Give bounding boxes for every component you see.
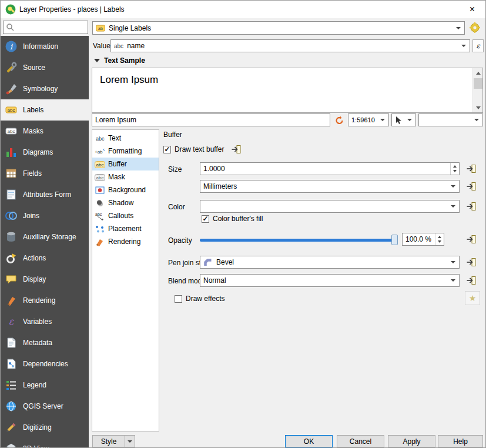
effects-settings-button[interactable]: ★ bbox=[465, 291, 480, 305]
digitizing-icon bbox=[5, 421, 18, 434]
data-defined-override-pen-join[interactable] bbox=[464, 255, 478, 269]
sidebar-item-masks[interactable]: abc Masks bbox=[1, 121, 89, 142]
placement-engine-icon bbox=[469, 22, 481, 34]
tab-rendering[interactable]: Rendering bbox=[92, 235, 159, 248]
buffer-size-spinbox[interactable]: 1.0000 bbox=[200, 162, 460, 175]
map-settings-combo[interactable] bbox=[391, 113, 416, 126]
sidebar-item-legend[interactable]: Legend bbox=[1, 375, 89, 396]
tab-buffer[interactable]: abc Buffer bbox=[92, 158, 159, 170]
expression-builder-button[interactable]: ε bbox=[472, 39, 484, 52]
sidebar-item-fields[interactable]: Fields bbox=[1, 163, 89, 184]
tab-placement[interactable]: Placement bbox=[92, 222, 159, 235]
placement-tab-icon bbox=[95, 225, 105, 233]
svg-text:abc: abc bbox=[96, 136, 105, 142]
sidebar-item-label: Display bbox=[23, 275, 46, 283]
qgis-server-icon bbox=[5, 400, 18, 413]
sidebar-item-actions[interactable]: Actions bbox=[1, 248, 89, 269]
labeling-mode-value: Single Labels bbox=[109, 24, 151, 32]
draw-effects-label: Draw effects bbox=[186, 295, 224, 303]
spin-arrows[interactable] bbox=[435, 233, 444, 245]
formatting-tab-icon: +ab bbox=[95, 147, 105, 156]
sidebar-item-3d-view[interactable]: 3D View bbox=[1, 438, 89, 447]
opacity-spinbox[interactable]: 100.0 % bbox=[402, 233, 444, 246]
pen-join-style-combo[interactable]: Bevel bbox=[200, 256, 460, 269]
tab-shadow[interactable]: Shadow bbox=[92, 196, 159, 209]
slider-handle[interactable] bbox=[391, 235, 398, 245]
cancel-button[interactable]: Cancel bbox=[337, 435, 384, 447]
buffer-color-picker[interactable] bbox=[200, 200, 460, 213]
star-icon: ★ bbox=[469, 293, 477, 303]
preview-scale-combo[interactable]: 1:59610 bbox=[348, 113, 389, 126]
metadata-icon bbox=[5, 336, 18, 349]
sidebar-item-source[interactable]: Source bbox=[1, 57, 89, 78]
tab-mask[interactable]: abc Mask bbox=[92, 170, 159, 183]
value-field-combo[interactable]: abc name bbox=[110, 39, 470, 52]
color-swatch bbox=[203, 202, 447, 210]
search-input[interactable] bbox=[3, 21, 88, 34]
buffer-units-combo[interactable]: Millimeters bbox=[200, 180, 460, 193]
draw-text-buffer-label: Draw text buffer bbox=[175, 145, 224, 153]
scroll-up-button[interactable] bbox=[473, 68, 483, 78]
sidebar-item-joins[interactable]: Joins bbox=[1, 205, 89, 226]
sidebar-item-metadata[interactable]: Metadata bbox=[1, 332, 89, 353]
sidebar-item-dependencies[interactable]: Dependencies bbox=[1, 353, 89, 375]
opacity-label: Opacity bbox=[168, 236, 192, 245]
labeling-mode-combo[interactable]: ab Single Labels bbox=[92, 21, 465, 35]
spin-up-icon bbox=[453, 165, 457, 168]
apply-button[interactable]: Apply bbox=[388, 435, 435, 447]
style-menu-button[interactable]: Style bbox=[92, 435, 135, 447]
text-sample-title: Text Sample bbox=[104, 56, 145, 65]
rendering-tab-icon bbox=[95, 238, 105, 246]
text-sample-preview: Lorem Ipsum bbox=[92, 68, 483, 113]
data-defined-override-color[interactable] bbox=[464, 199, 478, 213]
sidebar-item-label: Masks bbox=[23, 127, 43, 135]
section-collapse-icon[interactable] bbox=[94, 59, 100, 62]
sidebar-item-auxiliary-storage[interactable]: Auxiliary Storage bbox=[1, 226, 89, 248]
spin-arrows[interactable] bbox=[450, 163, 459, 175]
sidebar-item-diagrams[interactable]: Diagrams bbox=[1, 142, 89, 163]
sidebar-item-rendering[interactable]: Rendering bbox=[1, 290, 89, 311]
dependencies-icon bbox=[5, 357, 18, 370]
sidebar-item-display[interactable]: Display bbox=[1, 269, 89, 290]
data-defined-override-draw-buffer[interactable] bbox=[229, 142, 243, 156]
opacity-slider[interactable] bbox=[200, 234, 398, 246]
sidebar-item-labels[interactable]: abc Labels bbox=[1, 99, 89, 121]
sidebar-item-label: Labels bbox=[23, 106, 43, 114]
sidebar-item-label: QGIS Server bbox=[23, 402, 63, 410]
scrollbar-thumb[interactable] bbox=[474, 78, 482, 89]
data-defined-override-blend-mode[interactable] bbox=[464, 273, 478, 287]
color-buffer-fill-checkbox[interactable] bbox=[202, 215, 209, 223]
tab-background[interactable]: Background bbox=[92, 183, 159, 196]
masks-icon: abc bbox=[5, 125, 18, 138]
help-button[interactable]: Help bbox=[438, 435, 483, 447]
chevron-down-icon bbox=[461, 45, 466, 47]
sidebar-item-digitizing[interactable]: Digitizing bbox=[1, 417, 89, 438]
sidebar-item-information[interactable]: i Information bbox=[1, 36, 89, 57]
data-defined-override-opacity[interactable] bbox=[464, 232, 478, 246]
tab-text[interactable]: abc Text bbox=[92, 132, 159, 145]
tab-formatting[interactable]: +ab Formatting bbox=[92, 145, 159, 158]
sidebar-item-symbology[interactable]: Symbology bbox=[1, 78, 89, 99]
close-button[interactable]: × bbox=[459, 1, 485, 18]
data-defined-override-size[interactable] bbox=[464, 162, 478, 176]
ok-button[interactable]: OK bbox=[285, 435, 333, 447]
preview-background-combo[interactable] bbox=[418, 113, 483, 126]
tab-callouts[interactable]: abc Callouts bbox=[92, 209, 159, 222]
sidebar-item-variables[interactable]: ε Variables bbox=[1, 311, 89, 332]
sidebar-item-attributes-form[interactable]: Attributes Form bbox=[1, 184, 89, 205]
draw-effects-checkbox[interactable] bbox=[175, 295, 182, 303]
data-defined-icon bbox=[465, 256, 477, 268]
svg-text:abc: abc bbox=[95, 212, 102, 216]
automated-placement-settings-button[interactable] bbox=[467, 21, 482, 35]
sidebar-item-label: 3D View bbox=[23, 444, 49, 447]
sidebar-item-label: Legend bbox=[23, 381, 46, 389]
sample-text-input[interactable] bbox=[92, 113, 330, 126]
scroll-down-button[interactable] bbox=[473, 103, 483, 112]
reset-sample-button[interactable] bbox=[332, 113, 346, 126]
pen-join-value: Bevel bbox=[216, 258, 234, 266]
sidebar-item-label: Actions bbox=[23, 254, 46, 262]
sidebar-item-qgis-server[interactable]: QGIS Server bbox=[1, 396, 89, 417]
data-defined-override-units[interactable] bbox=[464, 179, 478, 193]
draw-text-buffer-checkbox[interactable] bbox=[163, 146, 171, 153]
blend-mode-combo[interactable]: Normal bbox=[200, 274, 460, 287]
